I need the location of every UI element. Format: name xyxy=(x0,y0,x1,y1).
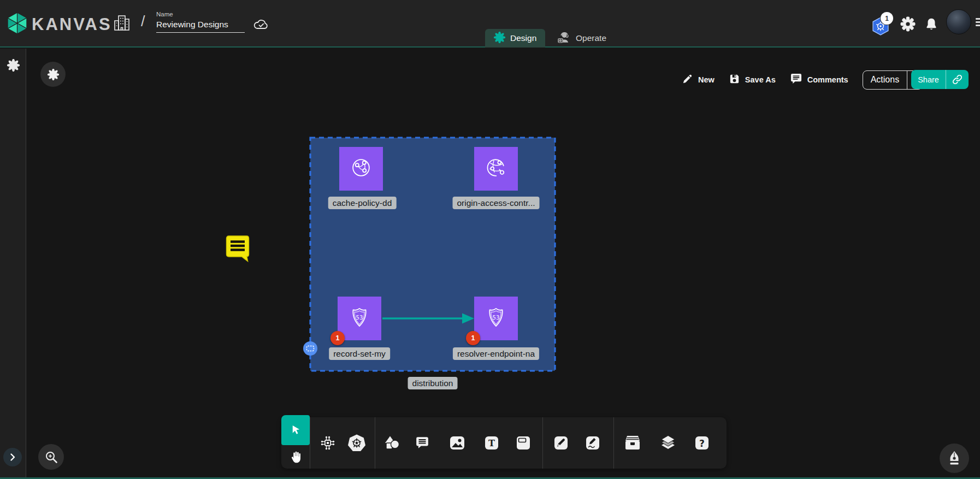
design-spiral-icon xyxy=(494,32,505,45)
copy-link-button[interactable] xyxy=(946,70,969,89)
kubernetes-context-badge: 1 xyxy=(881,12,893,25)
node-label-record-set: record-set-my xyxy=(329,347,390,360)
design-name-label: Name xyxy=(156,11,245,17)
shapes-tool[interactable] xyxy=(380,430,405,456)
app-header: KANVAS / Name xyxy=(0,0,980,48)
pen-nib-button[interactable] xyxy=(940,443,969,473)
comments-button[interactable]: Comments xyxy=(790,73,848,86)
image-tool[interactable] xyxy=(445,430,470,456)
node-resolver-endpoint[interactable]: 53 xyxy=(474,297,518,340)
overflow-menu-icon[interactable] xyxy=(976,18,980,28)
zoom-in-button[interactable] xyxy=(38,444,64,470)
kanvas-logo[interactable]: KANVAS xyxy=(7,12,112,37)
tab-design[interactable]: Design xyxy=(485,29,545,48)
toolbar-divider xyxy=(310,417,310,469)
cloud-saved-icon xyxy=(253,18,269,33)
node-record-set[interactable]: 53 xyxy=(338,297,381,340)
canvas-toolbar: T xyxy=(281,417,727,469)
node-origin-access-control[interactable] xyxy=(474,147,518,191)
pen-tool[interactable] xyxy=(548,430,574,456)
node-badge-record-set[interactable]: 1 xyxy=(330,331,345,345)
tab-operate-label: Operate xyxy=(576,33,606,43)
group-label-distribution: distribution xyxy=(408,377,458,389)
breadcrumb-separator: / xyxy=(141,13,145,30)
new-button-label: New xyxy=(698,75,715,84)
node-label-cache-policy: cache-policy-dd xyxy=(328,197,397,209)
design-action-bar: New Save As Comments xyxy=(682,70,923,90)
actions-dropdown-label: Actions xyxy=(863,71,907,89)
tab-design-label: Design xyxy=(510,33,536,43)
toolbar-divider xyxy=(613,417,614,469)
comments-button-label: Comments xyxy=(807,75,848,84)
kubernetes-tool[interactable] xyxy=(344,430,369,456)
text-tool[interactable]: T xyxy=(479,430,504,456)
node-cache-policy[interactable] xyxy=(339,147,383,191)
meshery-spiral-icon[interactable] xyxy=(7,59,20,74)
route53-record-set-icon: 53 xyxy=(347,305,371,332)
pencil-icon xyxy=(682,73,693,86)
toolbar-divider xyxy=(375,417,375,469)
design-drawer-tool[interactable] xyxy=(620,430,645,456)
select-tool[interactable] xyxy=(281,415,310,445)
design-name-field: Name xyxy=(156,11,245,33)
help-tool[interactable]: ? xyxy=(689,430,715,456)
organization-icon[interactable] xyxy=(114,14,130,34)
operator-icon xyxy=(556,31,571,46)
settings-gear-icon[interactable] xyxy=(900,16,916,34)
pan-hand-tool[interactable] xyxy=(281,446,310,469)
svg-text:53: 53 xyxy=(356,315,363,321)
layers-tool[interactable] xyxy=(656,430,681,456)
node-label-origin-access-control: origin-access-contr... xyxy=(453,197,540,209)
share-button-label: Share xyxy=(911,70,946,89)
canvas-settings-button[interactable] xyxy=(40,62,66,87)
canvas-comment-marker-icon[interactable] xyxy=(225,234,250,264)
save-as-button-label: Save As xyxy=(745,75,776,84)
route53-resolver-endpoint-icon: 53 xyxy=(484,305,508,332)
pencil-scribble-tool[interactable] xyxy=(580,430,605,456)
kanvas-app: KANVAS / Name xyxy=(0,0,980,479)
toolbar-divider xyxy=(542,417,543,469)
svg-text:?: ? xyxy=(699,438,705,449)
node-badge-resolver-endpoint[interactable]: 1 xyxy=(466,331,480,345)
components-tool[interactable] xyxy=(315,430,340,456)
node-label-resolver-endpoint: resolver-endpoint-na xyxy=(453,347,539,360)
cloudfront-origin-access-icon xyxy=(483,155,509,182)
save-as-button[interactable]: Save As xyxy=(729,73,776,86)
logo-wordmark: KANVAS xyxy=(32,15,112,34)
notifications-bell-icon[interactable] xyxy=(924,17,938,33)
kanvas-hexagon-icon xyxy=(7,12,27,37)
floppy-disk-icon xyxy=(729,73,740,86)
new-button[interactable]: New xyxy=(682,73,715,86)
comment-bubble-icon xyxy=(790,73,802,86)
left-sidebar xyxy=(0,49,26,479)
svg-text:T: T xyxy=(488,438,495,448)
share-button[interactable]: Share xyxy=(911,70,969,89)
user-avatar[interactable] xyxy=(946,9,971,34)
tab-operate[interactable]: Operate xyxy=(547,29,615,48)
edge-record-set-to-resolver[interactable] xyxy=(380,310,477,327)
comment-tool[interactable] xyxy=(410,430,435,456)
sidebar-expand-button[interactable] xyxy=(3,448,22,466)
cloudfront-cache-policy-icon xyxy=(349,155,374,182)
design-name-input[interactable] xyxy=(156,19,245,33)
svg-text:53: 53 xyxy=(493,315,500,321)
panel-tool[interactable] xyxy=(511,430,536,456)
group-edge-handle[interactable] xyxy=(303,341,317,356)
